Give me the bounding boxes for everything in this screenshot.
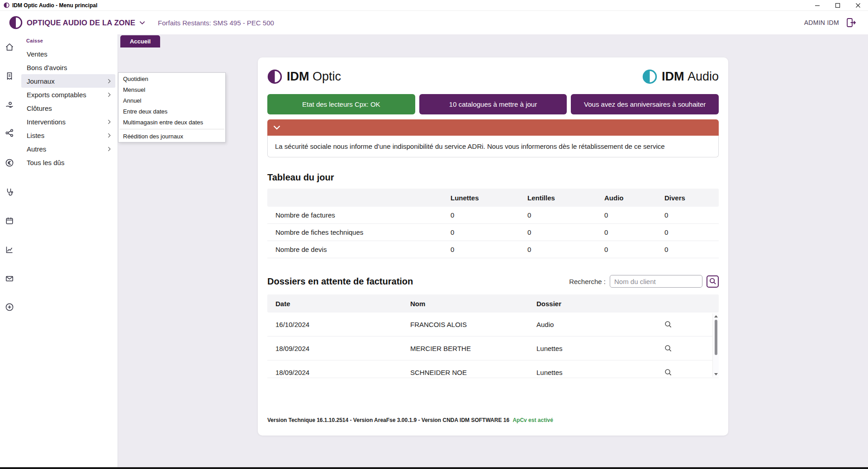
sidebar-item-label: Journaux [27, 77, 108, 85]
cell-dossier: Lunettes [536, 369, 664, 376]
sidebar-item-listes[interactable]: Listes [21, 128, 115, 142]
app-window: IDM Optic Audio - Menu principal OPTIQUE… [0, 0, 868, 469]
chevron-right-icon [108, 133, 111, 138]
view-dossier-button[interactable] [664, 345, 719, 352]
lecteurs-cpx-button[interactable]: Etat des lecteurs Cpx: OK [267, 94, 415, 114]
sidebar-item-interventions[interactable]: Interventions [21, 115, 115, 128]
forfaits-restants: Forfaits Restants: SMS 495 - PEC 500 [158, 19, 274, 27]
sidebar-item-label: Ventes [27, 50, 111, 58]
sidebar-item-label: Exports comptables [27, 91, 108, 99]
submenu-item-multimagasin[interactable]: Multimagasin entre deux dates [119, 117, 225, 128]
header-cell: Divers [664, 194, 719, 202]
content-area: Accueil IDM Optic IDM Audio Etat des lec… [118, 34, 868, 467]
store-name: OPTIQUE AUDIO DE LA ZONE [27, 19, 135, 27]
logos-row: IDM Optic IDM Audio [267, 67, 719, 86]
hand-coin-icon[interactable] [3, 99, 16, 112]
search-area: Recherche : [569, 275, 719, 288]
tab-accueil[interactable]: Accueil [120, 35, 160, 47]
action-buttons-row: Etat des lecteurs Cpx: OK 10 catalogues … [267, 94, 719, 114]
maximize-button[interactable] [827, 0, 848, 10]
home-icon[interactable] [3, 41, 16, 53]
sidebar-item-label: Clôtures [27, 104, 111, 112]
sidebar-item-journaux[interactable]: Journaux [21, 74, 115, 88]
mail-icon[interactable] [3, 272, 16, 285]
header-cell: Audio [604, 194, 664, 202]
table-row: 16/10/2024 FRANCOIS ALOIS Audio [267, 313, 719, 336]
catalogues-button[interactable]: 10 catalogues à mettre à jour [419, 94, 567, 114]
table-row: Nombre de devis 0 0 0 0 [267, 241, 719, 258]
app-icon [4, 2, 9, 8]
anniversaires-button[interactable]: Vous avez des anniversaires à souhaiter [571, 94, 719, 114]
table-header-row: Date Nom Dossier [267, 294, 719, 313]
table-row: 18/09/2024 MERCIER BERTHE Lunettes [267, 336, 719, 360]
alert-collapse-button[interactable] [267, 119, 719, 136]
sidebar-item-label: Listes [27, 132, 108, 139]
calendar-icon[interactable] [3, 214, 16, 227]
cell-value: 0 [604, 246, 664, 253]
journaux-submenu: Quotidien Mensuel Annuel Entre deux date… [118, 72, 226, 142]
home-card: IDM Optic IDM Audio Etat des lecteurs Cp… [258, 57, 728, 436]
chevron-down-icon [139, 21, 145, 25]
user-name: ADMIN IDM [804, 19, 839, 26]
cell-value: 0 [527, 211, 604, 219]
sidebar-item-tous-les-dus[interactable]: Tous les dûs [21, 156, 115, 169]
store-selector[interactable]: OPTIQUE AUDIO DE LA ZONE [27, 19, 145, 27]
sidebar-item-bons-davoirs[interactable]: Bons d'avoirs [21, 61, 115, 74]
scrollbar[interactable] [712, 313, 719, 377]
header-cell: Dossier [536, 300, 664, 308]
close-button[interactable] [848, 0, 868, 10]
scroll-up-icon[interactable] [713, 313, 719, 319]
search-button[interactable] [707, 275, 719, 288]
view-dossier-button[interactable] [664, 321, 719, 328]
idm-optic-icon [267, 69, 282, 84]
euro-circle-icon[interactable] [3, 156, 16, 169]
sidebar-item-label: Bons d'avoirs [27, 64, 111, 71]
window-controls [807, 0, 868, 10]
submenu-item-reedition[interactable]: Réédition des journaux [119, 131, 225, 142]
minimize-button[interactable] [807, 0, 827, 10]
network-icon[interactable] [3, 127, 16, 139]
search-input[interactable] [610, 275, 702, 288]
scrollbar-thumb[interactable] [715, 320, 717, 355]
cell-nom: MERCIER BERTHE [410, 345, 536, 352]
app-header: OPTIQUE AUDIO DE LA ZONE Forfaits Restan… [0, 11, 868, 34]
submenu-item-annuel[interactable]: Annuel [119, 95, 225, 106]
sidebar-item-clotures[interactable]: Clôtures [21, 101, 115, 115]
scroll-down-icon[interactable] [713, 371, 719, 377]
cell-date: 18/09/2024 [267, 345, 410, 352]
version-footer: Version Technique 16.1.10.2514 - Version… [267, 417, 553, 423]
sidebar-item-autres[interactable]: Autres [21, 142, 115, 156]
sidebar-item-exports-comptables[interactable]: Exports comptables [21, 88, 115, 101]
logo-text-bold: IDM [287, 70, 309, 83]
cell-value: 0 [451, 228, 527, 236]
chevron-right-icon [108, 79, 111, 84]
plus-circle-icon[interactable] [3, 301, 16, 313]
cell-nom: FRANCOIS ALOIS [410, 321, 536, 328]
menu-section-title: Caisse [26, 38, 118, 43]
chart-icon[interactable] [3, 243, 16, 256]
search-icon [709, 278, 716, 285]
cell-dossier: Audio [536, 321, 664, 328]
header-cell: Lunettes [451, 194, 527, 202]
cell-value: 0 [664, 246, 719, 253]
dossiers-table: Date Nom Dossier 16/10/2024 FRANCOIS ALO… [267, 294, 719, 378]
tableau-du-jour-title: Tableau du jour [267, 172, 719, 183]
logo-text-bold: IDM [662, 70, 684, 83]
submenu-item-quotidien[interactable]: Quotidien [119, 73, 225, 84]
view-dossier-button[interactable] [664, 369, 719, 376]
alert-message: La sécurité sociale nous informe d'une i… [267, 136, 719, 157]
apcv-status: ApCv est activé [512, 417, 553, 423]
cell-value: 0 [527, 246, 604, 253]
magnifier-icon [664, 345, 672, 352]
logout-button[interactable] [845, 17, 857, 28]
sidebar-item-ventes[interactable]: Ventes [21, 47, 115, 61]
table-header-row: Lunettes Lentilles Audio Divers [267, 189, 719, 207]
tableau-du-jour-table: Lunettes Lentilles Audio Divers Nombre d… [267, 189, 719, 258]
cell-value: 0 [604, 211, 664, 219]
stethoscope-icon[interactable] [3, 185, 16, 198]
submenu-item-entre-deux-dates[interactable]: Entre deux dates [119, 106, 225, 117]
header-cell: Lentilles [527, 194, 604, 202]
invoice-icon[interactable] [3, 70, 16, 82]
submenu-item-mensuel[interactable]: Mensuel [119, 84, 225, 95]
idm-audio-icon [642, 69, 657, 84]
